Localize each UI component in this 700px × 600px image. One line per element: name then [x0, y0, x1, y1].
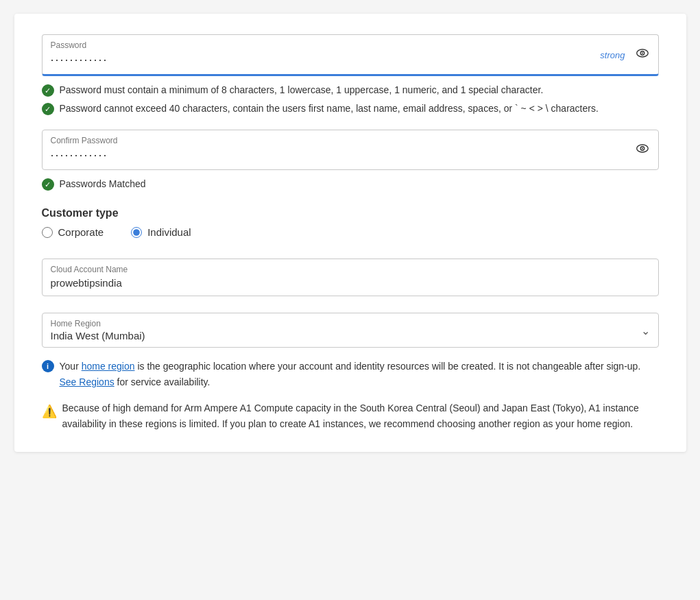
- radio-option-individual[interactable]: Individual: [131, 226, 191, 238]
- home-region-label: Home Region: [51, 319, 631, 328]
- password-field[interactable]: Password ············ strong: [42, 34, 659, 76]
- customer-type-section: Customer type Corporate Individual: [42, 207, 659, 238]
- svg-point-2: [641, 52, 642, 53]
- password-label: Password: [51, 40, 624, 50]
- radio-option-corporate[interactable]: Corporate: [42, 226, 104, 238]
- warning-icon: ⚠️: [42, 402, 57, 422]
- home-region-link[interactable]: home region: [82, 361, 135, 372]
- passwords-matched-text: Passwords Matched: [60, 178, 146, 189]
- individual-radio[interactable]: [131, 227, 142, 238]
- info-text-end: for service availability.: [114, 376, 210, 387]
- chevron-down-icon: ⌄: [641, 324, 650, 337]
- home-region-value: India West (Mumbai): [51, 330, 631, 341]
- cloud-account-field[interactable]: Cloud Account Name prowebtipsindia: [42, 259, 659, 296]
- svg-point-5: [641, 147, 642, 149]
- customer-type-radio-group: Corporate Individual: [42, 226, 659, 238]
- confirm-password-toggle-icon[interactable]: [635, 141, 650, 159]
- main-form: Password ············ strong ✓ Password …: [14, 14, 686, 452]
- warning-text: Because of high demand for Arm Ampere A1…: [62, 400, 659, 431]
- validation-text-2: Password cannot exceed 40 characters, co…: [60, 101, 599, 116]
- confirm-password-label: Confirm Password: [51, 136, 624, 145]
- password-validation-list: ✓ Password must contain a minimum of 8 c…: [42, 83, 659, 116]
- corporate-label: Corporate: [58, 226, 104, 238]
- individual-label: Individual: [147, 226, 191, 238]
- confirm-password-field[interactable]: Confirm Password ············: [42, 130, 659, 170]
- validation-item-2: ✓ Password cannot exceed 40 characters, …: [42, 101, 659, 116]
- corporate-radio[interactable]: [42, 227, 53, 238]
- home-region-info: i Your home region is the geographic loc…: [42, 359, 659, 389]
- validation-item-1: ✓ Password must contain a minimum of 8 c…: [42, 83, 659, 97]
- home-region-select[interactable]: Home Region India West (Mumbai) ⌄: [42, 313, 659, 348]
- confirm-password-dots: ············: [51, 148, 108, 162]
- validation-text-1: Password must contain a minimum of 8 cha…: [60, 83, 544, 97]
- info-icon: i: [42, 360, 54, 372]
- info-text-before: Your: [60, 361, 82, 372]
- info-text-middle: is the geographic location where your ac…: [135, 361, 641, 372]
- see-regions-link[interactable]: See Regions: [60, 376, 114, 387]
- customer-type-label: Customer type: [42, 207, 659, 219]
- check-icon-2: ✓: [42, 103, 54, 115]
- cloud-account-value: prowebtipsindia: [51, 276, 650, 290]
- info-text: Your home region is the geographic locat…: [60, 359, 659, 389]
- password-dots: ············: [51, 53, 108, 67]
- cloud-account-label: Cloud Account Name: [51, 265, 650, 274]
- password-strength: strong: [600, 49, 625, 60]
- check-icon-1: ✓: [42, 84, 54, 97]
- password-toggle-icon[interactable]: [635, 45, 650, 64]
- passwords-matched-check-icon: ✓: [42, 178, 54, 191]
- warning-box: ⚠️ Because of high demand for Arm Ampere…: [42, 400, 659, 431]
- passwords-matched-message: ✓ Passwords Matched: [42, 177, 659, 191]
